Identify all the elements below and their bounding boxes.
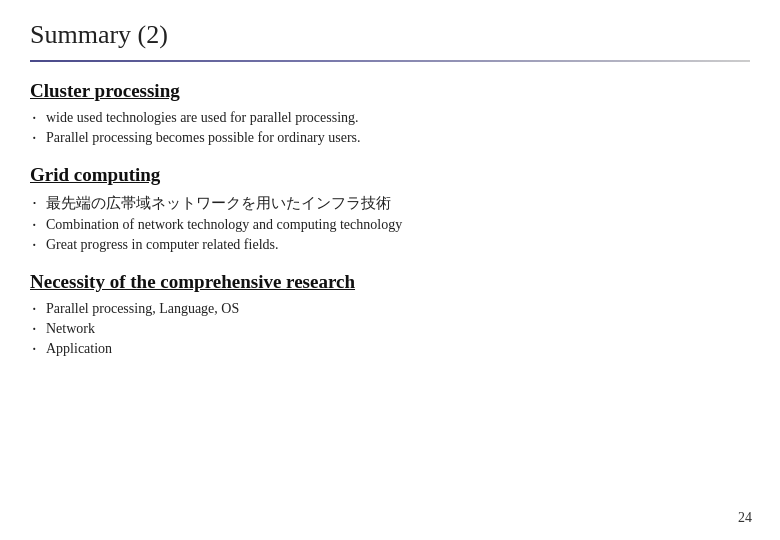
page-title: Summary (2) bbox=[30, 20, 750, 54]
section-heading-cluster: Cluster processing bbox=[30, 80, 750, 102]
section-heading-grid: Grid computing bbox=[30, 164, 750, 186]
section-heading-necessity: Necessity of the comprehensive research bbox=[30, 271, 750, 293]
list-item: wide used technologies are used for para… bbox=[30, 110, 750, 126]
list-item: Application bbox=[30, 341, 750, 357]
page-number: 24 bbox=[738, 510, 752, 526]
list-item: Great progress in computer related field… bbox=[30, 237, 750, 253]
bullet-list-cluster: wide used technologies are used for para… bbox=[30, 110, 750, 146]
bullet-list-necessity: Parallel processing, Language, OS Networ… bbox=[30, 301, 750, 357]
section-grid-computing: Grid computing 最先端の広帯域ネットワークを用いたインフラ技術 C… bbox=[30, 164, 750, 253]
page-container: Summary (2) Cluster processing wide used… bbox=[0, 0, 780, 540]
list-item: Combination of network technology and co… bbox=[30, 217, 750, 233]
section-cluster-processing: Cluster processing wide used technologie… bbox=[30, 80, 750, 146]
list-item: Parallel processing becomes possible for… bbox=[30, 130, 750, 146]
list-item: Network bbox=[30, 321, 750, 337]
title-divider bbox=[30, 60, 750, 62]
bullet-list-grid: 最先端の広帯域ネットワークを用いたインフラ技術 Combination of n… bbox=[30, 194, 750, 253]
list-item: Parallel processing, Language, OS bbox=[30, 301, 750, 317]
section-necessity: Necessity of the comprehensive research … bbox=[30, 271, 750, 357]
list-item: 最先端の広帯域ネットワークを用いたインフラ技術 bbox=[30, 194, 750, 213]
